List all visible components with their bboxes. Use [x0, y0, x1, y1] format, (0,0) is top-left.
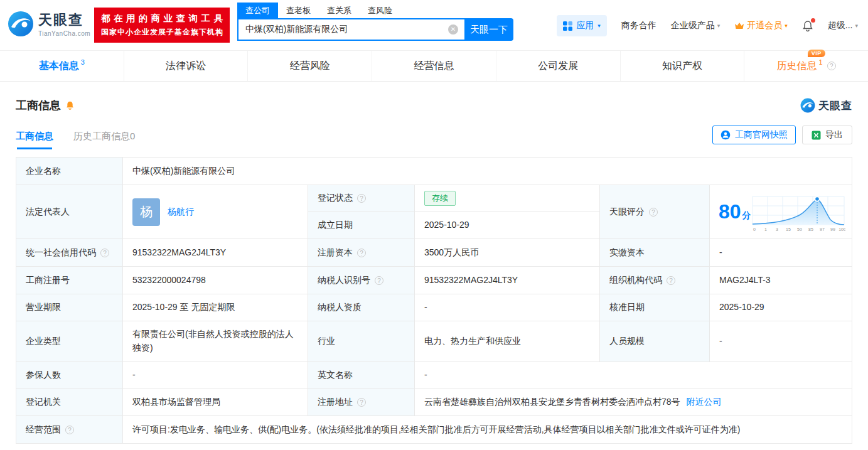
value-company-type: 有限责任公司(非自然人投资或控股的法人独资) — [123, 321, 308, 362]
tab-operating-risk[interactable]: 经营风险 — [247, 51, 372, 81]
label-paid-in-capital: 实缴资本 — [600, 239, 710, 267]
watermark-logo-icon — [800, 98, 815, 113]
help-icon[interactable]: ? — [65, 426, 74, 434]
value-staff-size: - — [710, 321, 852, 362]
svg-text:85: 85 — [808, 227, 813, 232]
promo-banner: 都在用的商业查询工具 国家中小企业发展子基金旗下机构 — [94, 8, 230, 43]
value-taxpayer-id: 91532322MAG2J4LT3Y — [415, 267, 600, 294]
caret-down-icon: ▾ — [785, 23, 788, 29]
tab-intellectual-property[interactable]: 知识产权 — [620, 51, 744, 81]
search-tab-company[interactable]: 查公司 — [237, 3, 278, 18]
label-registered-address: 注册地址? — [308, 389, 415, 416]
label-organization-code: 组织机构代码? — [600, 267, 710, 294]
value-paid-in-capital: - — [710, 239, 852, 267]
tab-legal-proceedings[interactable]: 法律诉讼 — [124, 51, 248, 81]
svg-text:99: 99 — [830, 227, 835, 232]
clear-icon[interactable]: ✕ — [448, 24, 458, 35]
watermark-text: 天眼查 — [818, 99, 852, 113]
apps-button[interactable]: 应用 ▾ — [557, 15, 607, 36]
tab-badge: 1 — [819, 58, 823, 66]
legal-rep-link[interactable]: 杨航行 — [168, 205, 194, 219]
subscribe-bell-icon[interactable] — [65, 100, 75, 110]
nav-enterprise-products[interactable]: 企业级产品 ▾ — [671, 20, 721, 31]
svg-text:3: 3 — [776, 227, 778, 232]
label-taxpayer-quality: 纳税人资质 — [308, 294, 415, 321]
value-business-term: 2025-10-29 至 无固定期限 — [123, 294, 308, 321]
search-tab-relation[interactable]: 查关系 — [319, 3, 360, 18]
official-snapshot-button[interactable]: 工商官网快照 — [712, 126, 796, 144]
banner-line1: 都在用的商业查询工具 — [101, 13, 223, 24]
value-legal-representative: 杨 杨航行 — [123, 185, 308, 239]
label-registration-status: 登记状态? — [308, 185, 415, 212]
search-button[interactable]: 天眼一下 — [464, 18, 513, 41]
nav-open-vip[interactable]: 开通会员 ▾ — [734, 20, 788, 31]
search-tab-boss[interactable]: 查老板 — [278, 3, 319, 18]
label-industry: 行业 — [308, 321, 415, 362]
label-english-name: 英文名称 — [308, 362, 415, 389]
caret-down-icon: ▾ — [597, 23, 601, 29]
subtab-history-business-info[interactable]: 历史工商信息0 — [73, 131, 135, 149]
label-business-scope: 经营范围? — [16, 416, 123, 444]
value-company-name: 中煤(双柏)新能源有限公司 — [123, 158, 852, 185]
svg-text:0: 0 — [753, 227, 756, 232]
value-registration-status: 存续 — [415, 185, 600, 212]
search-tabs: 查公司 查老板 查关系 查风险 — [237, 3, 513, 18]
help-icon[interactable]: ? — [827, 62, 836, 70]
help-icon[interactable]: ? — [100, 249, 109, 257]
label-tianyan-score: 天眼评分? — [600, 185, 710, 239]
value-industry: 电力、热力生产和供应业 — [415, 321, 600, 362]
label-company-name: 企业名称 — [16, 158, 123, 185]
svg-text:100: 100 — [839, 227, 845, 232]
notification-dot — [811, 18, 815, 23]
help-icon[interactable]: ? — [375, 276, 383, 285]
value-taxpayer-quality: - — [415, 294, 600, 321]
value-establish-date: 2025-10-29 — [415, 212, 600, 239]
logo-title: 天眼查 — [38, 11, 90, 29]
crown-icon — [734, 22, 744, 30]
status-badge: 存续 — [424, 191, 456, 206]
logo-domain: TianYanCha.com — [38, 30, 90, 37]
value-business-scope: 许可项目:发电业务、输电业务、供(配)电业务。(依法须经批准的项目,经相关部门批… — [123, 416, 852, 444]
label-approval-date: 核准日期 — [600, 294, 710, 321]
nav-business-cooperation[interactable]: 商务合作 — [621, 20, 656, 31]
svg-text:1: 1 — [764, 227, 767, 232]
subtab-business-info[interactable]: 工商信息 — [16, 131, 53, 149]
tab-history-info[interactable]: VIP 历史信息1 ? — [744, 51, 868, 81]
business-info-table: 企业名称 中煤(双柏)新能源有限公司 法定代表人 杨 杨航行 登记状态? 存续 … — [16, 157, 852, 444]
search-area: 查公司 查老板 查关系 查风险 ✕ 天眼一下 — [237, 3, 513, 41]
value-tianyan-score[interactable]: 80分 0 1 3 15 50 85 9 — [710, 185, 852, 239]
tab-basic-info[interactable]: 基本信息3 — [0, 51, 124, 81]
label-registration-authority: 登记机关 — [16, 389, 123, 416]
value-credit-code: 91532322MAG2J4LT3Y — [123, 239, 308, 267]
value-registered-capital: 3500万人民币 — [415, 239, 600, 267]
help-icon[interactable]: ? — [649, 208, 658, 217]
tianyancha-logo[interactable]: 天眼查 TianYanCha.com — [8, 11, 90, 37]
help-icon[interactable]: ? — [357, 249, 366, 257]
section-title: 工商信息 — [16, 98, 61, 113]
help-icon[interactable]: ? — [357, 194, 366, 203]
top-header: 天眼查 TianYanCha.com 都在用的商业查询工具 国家中小企业发展子基… — [0, 0, 868, 50]
caret-down-icon: ▾ — [717, 23, 721, 29]
logo-icon — [8, 11, 34, 37]
legal-rep-avatar[interactable]: 杨 — [132, 198, 160, 226]
tab-business-info[interactable]: 经营信息 — [372, 51, 496, 81]
nearby-companies-link[interactable]: 附近公司 — [687, 395, 722, 409]
value-organization-code: MAG2J4LT-3 — [710, 267, 852, 294]
search-input[interactable] — [237, 18, 464, 41]
apps-label: 应用 — [576, 20, 594, 31]
score-unit: 分 — [742, 210, 751, 220]
label-taxpayer-id: 纳税人识别号? — [308, 267, 415, 294]
search-tab-risk[interactable]: 查风险 — [360, 3, 400, 18]
label-insured-count: 参保人数 — [16, 362, 123, 389]
nav-super-vip[interactable]: 超级... ▾ — [828, 20, 858, 31]
label-establish-date: 成立日期 — [308, 212, 415, 239]
tab-company-development[interactable]: 公司发展 — [496, 51, 620, 81]
label-legal-representative: 法定代表人 — [16, 185, 123, 239]
export-button[interactable]: 导出 — [802, 126, 852, 144]
help-icon[interactable]: ? — [357, 398, 366, 407]
tianyancha-watermark: 天眼查 — [800, 98, 852, 113]
svg-text:97: 97 — [820, 227, 825, 232]
main-tab-bar: 基本信息3 法律诉讼 经营风险 经营信息 公司发展 知识产权 VIP 历史信息1… — [0, 50, 868, 82]
help-icon[interactable]: ? — [667, 276, 675, 285]
notification-bell[interactable] — [802, 20, 813, 32]
